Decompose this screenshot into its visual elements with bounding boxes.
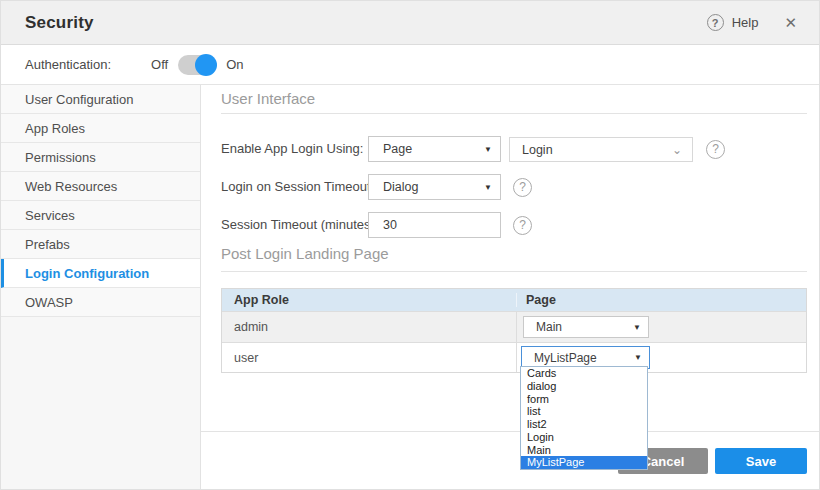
authentication-bar: Authentication: Off On [1,45,820,85]
login-configuration-panel: User Interface Enable App Login Using: P… [201,85,819,489]
page-cell: Main ▼ [516,312,806,342]
dropdown-option[interactable]: Login [521,431,647,444]
help-icon[interactable]: ? [706,140,725,159]
sidebar-item-owasp[interactable]: OWASP [1,288,200,317]
sidebar-item-user-configuration[interactable]: User Configuration [1,85,200,114]
title-bar-actions: ? Help ✕ [707,14,797,32]
save-button[interactable]: Save [715,448,807,474]
caret-down-icon: ▼ [484,145,500,154]
help-icon[interactable]: ? [513,178,532,197]
dropdown-option[interactable]: dialog [521,380,647,393]
toggle-knob [195,54,217,76]
authentication-label: Authentication: [25,57,111,72]
app-role-cell: user [222,351,516,365]
section-title-post-login: Post Login Landing Page [221,245,389,262]
login-type-select[interactable]: Page ▼ [368,136,501,162]
table-row: user MyListPage ▼ [222,342,806,372]
help-icon[interactable]: ? [513,216,532,235]
dropdown-option[interactable]: Cards [521,367,647,380]
footer-divider [201,431,819,432]
caret-down-icon: ▼ [634,353,649,362]
session-timeout-input[interactable] [368,212,501,238]
section-divider [221,271,807,272]
login-page-select[interactable]: Login ⌄ [509,137,693,162]
dropdown-option[interactable]: Main [521,444,647,457]
table-header-row: App Role Page [222,289,806,311]
sidebar-item-app-roles[interactable]: App Roles [1,114,200,143]
timeout-mode-select[interactable]: Dialog ▼ [368,174,501,200]
sidebar-item-web-resources[interactable]: Web Resources [1,172,200,201]
dropdown-option[interactable]: list [521,405,647,418]
enable-app-login-label: Enable App Login Using: [221,136,363,162]
section-title-user-interface: User Interface [221,90,315,107]
help-icon[interactable]: ? [707,14,724,31]
settings-sidebar: User Configuration App Roles Permissions… [1,85,201,489]
sidebar-item-services[interactable]: Services [1,201,200,230]
security-settings-window: Security ? Help ✕ Authentication: Off On… [0,0,820,490]
help-link[interactable]: Help [732,15,759,30]
sidebar-item-permissions[interactable]: Permissions [1,143,200,172]
caret-down-icon: ▼ [633,323,648,332]
column-header-page: Page [516,293,806,307]
toggle-on-label: On [226,57,243,72]
authentication-toggle[interactable] [178,55,216,75]
dropdown-option[interactable]: form [521,393,647,406]
session-timeout-label: Session Timeout (minutes): [221,212,379,238]
page-select-dropdown: Cards dialog form list list2 Login Main … [520,366,648,470]
sidebar-item-login-configuration[interactable]: Login Configuration [1,259,200,288]
toggle-off-label: Off [151,57,168,72]
post-login-table: App Role Page admin Main ▼ user MyListPa… [221,288,807,373]
login-on-timeout-label: Login on Session Timeout: [221,174,374,200]
column-header-app-role: App Role [222,293,516,307]
app-role-cell: admin [222,320,516,334]
dropdown-option[interactable]: list2 [521,418,647,431]
table-row: admin Main ▼ [222,311,806,342]
section-divider [221,113,807,114]
close-icon[interactable]: ✕ [784,14,797,32]
caret-down-icon: ▼ [484,183,500,192]
sidebar-item-prefabs[interactable]: Prefabs [1,230,200,259]
page-title: Security [25,13,707,33]
dropdown-option-selected[interactable]: MyListPage [521,456,647,469]
chevron-down-icon: ⌄ [672,143,692,157]
admin-page-select[interactable]: Main ▼ [523,316,649,338]
title-bar: Security ? Help ✕ [1,1,820,45]
